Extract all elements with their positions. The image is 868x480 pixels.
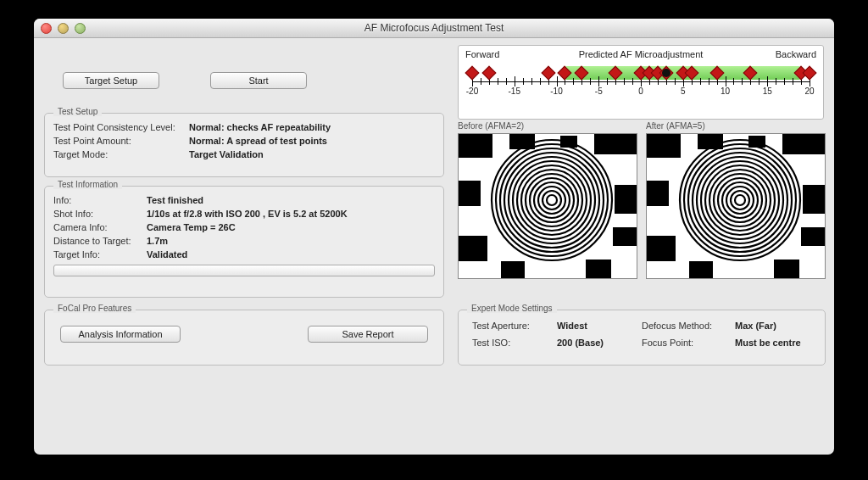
iso-value: 200 (Base): [557, 338, 642, 348]
svg-rect-5: [501, 261, 525, 278]
svg-point-34: [735, 195, 745, 205]
after-target-image: [646, 133, 826, 279]
test-info-group: Test Information Info:Test finished Shot…: [44, 186, 444, 298]
svg-rect-8: [613, 227, 637, 246]
focal-pro-legend: FoCal Pro Features: [53, 304, 136, 313]
afma-point-icon: [541, 66, 555, 81]
svg-point-13: [534, 182, 570, 218]
test-setup-group: Test Setup Test Point Consistency Level:…: [44, 113, 444, 177]
defocus-label: Defocus Method:: [642, 321, 735, 331]
consistency-value: Normal: checks AF repeatability: [189, 122, 331, 132]
svg-point-45: [688, 148, 792, 252]
progress-bar: [53, 265, 435, 276]
svg-rect-4: [459, 236, 487, 261]
svg-rect-0: [459, 134, 492, 158]
window-title: AF Microfocus Adjustment Test: [34, 22, 834, 34]
after-caption: After (AFMA=5): [646, 121, 705, 131]
svg-rect-27: [647, 181, 669, 206]
afma-point-icon: [803, 66, 817, 81]
svg-point-10: [547, 195, 557, 205]
start-button[interactable]: Start: [210, 72, 307, 89]
amount-label: Test Point Amount:: [53, 136, 189, 146]
svg-point-41: [705, 165, 775, 235]
svg-rect-32: [801, 227, 825, 246]
before-target-image: [458, 133, 637, 279]
svg-rect-24: [647, 134, 681, 158]
fp-label: Focus Point:: [642, 338, 735, 348]
focal-pro-group: FoCal Pro Features Analysis Information …: [44, 310, 444, 366]
consistency-label: Test Point Consistency Level:: [53, 122, 189, 132]
afma-point-icon: [465, 66, 480, 81]
svg-point-47: [680, 140, 800, 260]
iso-label: Test ISO:: [472, 338, 557, 348]
shotinfo-label: Shot Info:: [53, 209, 147, 219]
info-label: Info:: [53, 195, 147, 205]
svg-rect-7: [615, 185, 637, 214]
afma-point-icon: [481, 66, 496, 81]
expert-legend: Expert Mode Settings: [467, 304, 557, 313]
afma-scale-panel: Forward Predicted AF Microadjustment Bac…: [458, 45, 824, 120]
before-caption: Before (AFMA=2): [458, 121, 524, 131]
svg-point-37: [722, 182, 758, 218]
dist-value: 1.7m: [147, 236, 168, 246]
targinfo-value: Validated: [147, 249, 187, 260]
svg-point-42: [701, 161, 779, 239]
svg-point-23: [492, 140, 612, 260]
fp-value: Must be centre: [735, 338, 811, 348]
caminfo-label: Camera Info:: [53, 222, 147, 232]
content-area: Target Setup Start Forward Predicted AF …: [34, 38, 834, 55]
close-icon[interactable]: [41, 23, 52, 34]
svg-rect-6: [586, 260, 611, 278]
zoom-icon[interactable]: [75, 23, 86, 34]
svg-rect-28: [647, 236, 676, 261]
svg-point-11: [542, 191, 561, 209]
minimize-icon[interactable]: [58, 23, 69, 34]
info-value: Test finished: [147, 195, 203, 205]
caminfo-value: Camera Temp = 26C: [147, 222, 236, 232]
targetmode-value: Target Validation: [189, 149, 264, 159]
defocus-value: Max (Far): [735, 321, 811, 331]
app-window: AF Microfocus Adjustment Test Target Set…: [34, 19, 834, 455]
svg-point-21: [500, 148, 604, 252]
svg-point-14: [530, 178, 574, 222]
svg-rect-29: [689, 261, 713, 278]
target-setup-button[interactable]: Target Setup: [63, 72, 159, 89]
svg-point-17: [517, 165, 587, 235]
afma-predicted-icon: [662, 69, 670, 77]
svg-rect-31: [803, 185, 825, 214]
svg-point-18: [513, 161, 591, 239]
save-report-button[interactable]: Save Report: [308, 326, 428, 343]
svg-rect-2: [594, 134, 637, 154]
dist-label: Distance to Target:: [53, 236, 147, 246]
scale-title: Predicted AF Microadjustment: [459, 49, 823, 59]
aperture-value: Widest: [557, 321, 642, 331]
svg-rect-30: [774, 260, 799, 278]
expert-mode-group: Expert Mode Settings Test Aperture: Wide…: [458, 310, 826, 366]
aperture-label: Test Aperture:: [472, 321, 557, 331]
window-controls: [41, 23, 86, 34]
top-buttons: Target Setup Start: [63, 72, 307, 89]
amount-value: Normal: A spread of test points: [189, 136, 327, 146]
targinfo-label: Target Info:: [53, 249, 147, 260]
svg-rect-3: [459, 181, 481, 206]
shotinfo-value: 1/10s at f/2.8 with ISO 200 , EV is 5.2 …: [147, 209, 348, 219]
svg-point-35: [731, 191, 749, 209]
test-info-legend: Test Information: [53, 180, 122, 189]
svg-rect-26: [782, 134, 825, 154]
targetmode-label: Target Mode:: [53, 149, 189, 159]
svg-point-44: [693, 153, 787, 248]
svg-point-38: [718, 178, 762, 222]
test-setup-legend: Test Setup: [53, 107, 102, 116]
scale-backward-label: Backward: [776, 49, 816, 59]
titlebar: AF Microfocus Adjustment Test: [34, 19, 834, 38]
svg-point-20: [504, 153, 599, 248]
analysis-info-button[interactable]: Analysis Information: [60, 326, 181, 343]
